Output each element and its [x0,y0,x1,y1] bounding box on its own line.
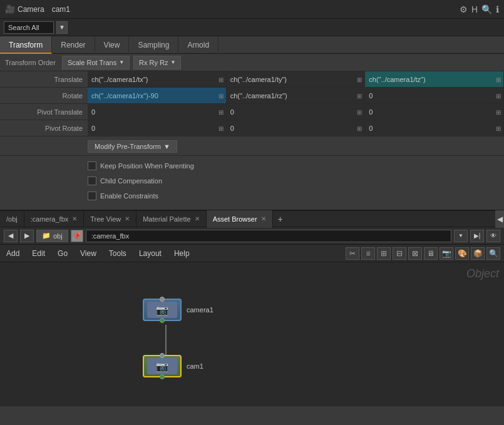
btab-obj[interactable]: /obj [0,210,24,228]
node-cam1-body[interactable]: 📷 [143,355,182,377]
cut-icon[interactable]: ✂ [346,247,359,260]
grid-icon[interactable]: ⊞ [377,247,391,260]
nav-back-icon: ◀ [8,232,13,240]
search-input[interactable] [4,21,54,34]
translate-y-value: ch("../camera1/ty") [230,76,287,83]
rotate-x-value: ch("../camera1/rx")-90 [91,92,158,100]
nav-forward-button[interactable]: ▶ [20,230,34,242]
translate-y-cell[interactable]: ch("../camera1/ty") ⊞ [227,71,366,87]
rotate-x-cell[interactable]: ch("../camera1/rx")-90 ⊞ [88,88,227,103]
rotate-z-icon: ⊞ [496,92,501,99]
info-icon[interactable]: ℹ [496,4,499,14]
rotate-z-value: 0 [369,92,373,100]
child-compensation-checkbox[interactable] [88,177,96,185]
nav-back-button[interactable]: ◀ [4,230,18,242]
keep-position-label: Keep Position When Parenting [100,162,194,170]
modify-pre-transform-button[interactable]: Modify Pre-Transform ▼ [88,140,177,153]
translate-z-value: ch("../camera1/tz") [369,76,425,83]
nav-path-dropdown[interactable]: ▼ [454,230,468,242]
rotation-order-dropdown[interactable]: Rx Ry Rz ▼ [133,56,181,69]
rotation-order-arrow: ▼ [171,59,176,65]
nav-folder-icon: 📁 [42,232,51,240]
object-label: Object [466,267,499,280]
bottom-tabs-bar: /obj :camera_fbx ✕ Tree View ✕ Material … [0,210,504,227]
pivot-translate-x-icon: ⊞ [219,108,224,115]
pivot-rotate-row: Pivot Rotate 0 ⊞ 0 ⊞ 0 ⊞ [0,120,504,136]
node-editor[interactable]: Object 📷 camera1 📷 cam1 [0,262,504,406]
rotate-y-cell[interactable]: ch("../camera1/rz") ⊞ [227,88,366,103]
btab-tree-view-close[interactable]: ✕ [125,210,130,228]
enable-constraints-checkbox[interactable] [88,192,96,200]
tab-view[interactable]: View [95,36,130,54]
align-icon[interactable]: ≡ [361,247,375,260]
menu-tools[interactable]: Tools [103,245,133,262]
layout2-icon[interactable]: ⊠ [408,247,422,260]
translate-z-cell[interactable]: ch("../camera1/tz") ⊞ [365,71,504,87]
pivot-rotate-z-icon: ⊞ [496,125,501,131]
menu-edit[interactable]: Edit [26,245,51,262]
enable-constraints-row: Enable Constraints [88,188,504,203]
pivot-translate-y-cell[interactable]: 0 ⊞ [227,104,366,120]
node-cam1[interactable]: 📷 cam1 [143,355,203,377]
tab-arnold[interactable]: Arnold [178,36,219,54]
child-compensation-label: Child Compensation [100,177,162,185]
keep-position-checkbox[interactable] [88,161,96,170]
pivot-rotate-z-cell[interactable]: 0 ⊞ [365,120,504,136]
menu-add[interactable]: Add [0,245,26,262]
tab-sampling[interactable]: Sampling [129,36,178,54]
pivot-translate-x-cell[interactable]: 0 ⊞ [88,104,227,120]
nav-forward-icon: ▶ [24,232,29,240]
pivot-translate-y-icon: ⊞ [357,108,362,115]
render2-icon[interactable]: 📷 [440,247,453,260]
search-dropdown-button[interactable]: ▼ [56,21,68,34]
node-camera1-body[interactable]: 📷 [143,299,182,321]
btab-material-palette-close[interactable]: ✕ [195,210,200,228]
translate-x-cell[interactable]: ch("../camera1/tx") ⊞ [88,71,227,87]
node-cam1-input[interactable] [160,353,165,358]
collapse-btn[interactable]: ◀ [495,210,504,228]
btab-asset-browser-close[interactable]: ✕ [261,210,266,228]
rotate-y-icon: ⊞ [357,92,362,99]
pivot-rotate-x-cell[interactable]: 0 ⊞ [88,120,227,136]
checkbox-section: Keep Position When Parenting Child Compe… [0,156,504,206]
menu-go[interactable]: Go [51,245,74,262]
camera1-icon: 📷 [156,304,168,316]
search-icon[interactable]: 🔍 [481,4,492,14]
nav-side-panel-btn[interactable]: ▶| [470,230,484,242]
btab-add-button[interactable]: + [273,214,288,224]
menu-help[interactable]: Help [168,245,196,262]
pivot-rotate-z-value: 0 [369,125,373,132]
btab-tree-view[interactable]: Tree View ✕ [84,210,136,228]
btab-camera-fbx[interactable]: :camera_fbx ✕ [24,210,85,228]
rotate-z-cell[interactable]: 0 ⊞ [365,88,504,103]
node-camera1[interactable]: 📷 camera1 [143,299,213,321]
node-cam1-output[interactable] [160,374,165,379]
tab-render[interactable]: Render [52,36,95,54]
material-icon[interactable]: 🎨 [455,247,469,260]
nav-home-folder[interactable]: 📁 obj [36,230,68,242]
pivot-translate-z-icon: ⊞ [496,108,501,115]
nav-path[interactable]: :camera_fbx [86,230,451,242]
menu-layout[interactable]: Layout [133,245,168,262]
btab-asset-browser-label: Asset Browser [213,210,257,228]
pivot-rotate-y-cell[interactable]: 0 ⊞ [227,120,366,136]
search2-icon[interactable]: 🔍 [486,247,500,260]
node-camera1-input[interactable] [160,297,165,302]
menu-view[interactable]: View [74,245,103,262]
btab-asset-browser[interactable]: Asset Browser ✕ [207,210,273,228]
enable-constraints-label: Enable Constraints [100,192,158,200]
transform-order-dropdown[interactable]: Scale Rot Trans ▼ [62,56,130,69]
layout-icon[interactable]: ⊟ [393,247,406,260]
btab-camera-fbx-close[interactable]: ✕ [72,210,77,228]
pivot-translate-x-value: 0 [91,108,95,116]
nav-camera-btn[interactable]: 👁 [486,230,500,242]
node-camera1-output[interactable] [160,318,165,323]
tab-transform[interactable]: Transform [0,36,52,54]
help-icon[interactable]: H [471,4,478,14]
render-icon[interactable]: 🖥 [424,247,438,260]
pivot-translate-z-cell[interactable]: 0 ⊞ [365,104,504,120]
settings-icon[interactable]: ⚙ [460,4,468,14]
asset-icon[interactable]: 📦 [471,247,485,260]
translate-x-icon: ⊞ [219,76,224,83]
btab-material-palette[interactable]: Material Palette ✕ [136,210,206,228]
